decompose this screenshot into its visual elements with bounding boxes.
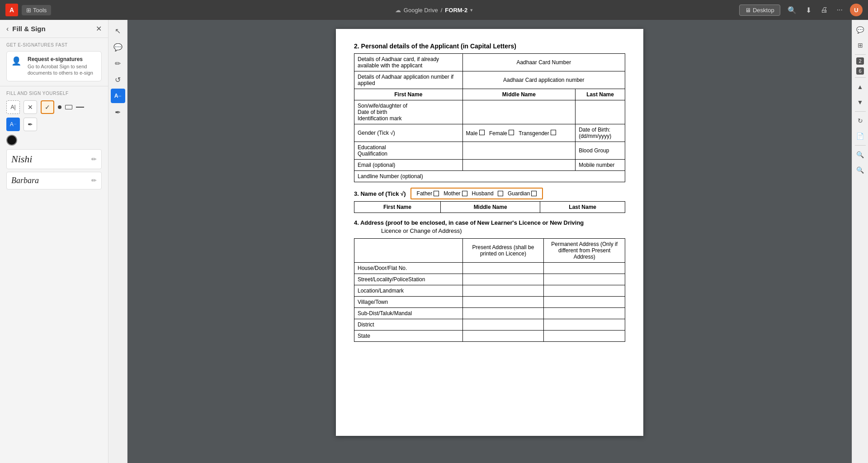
husband-checkbox[interactable] — [498, 191, 503, 196]
aadhaar-table: Details of Aadhaar card, if already avai… — [354, 53, 625, 182]
cloud-icon: ☁ — [395, 7, 401, 14]
location-permanent — [544, 285, 625, 297]
zoom-in-btn[interactable]: 🔍 — [854, 148, 867, 161]
content-area[interactable]: 2. Personal details of the Applicant (in… — [127, 20, 852, 463]
cursor-tool-btn[interactable]: ↖ — [111, 24, 125, 38]
back-button[interactable]: ‹ — [6, 25, 9, 33]
request-esig-card[interactable]: 👤 Request e-signatures Go to Acrobat Sig… — [6, 51, 102, 81]
scroll-up-btn[interactable]: ▲ — [854, 80, 867, 93]
pen-tool[interactable]: ✒ — [24, 118, 37, 131]
comment-right-btn[interactable]: 💬 — [854, 24, 867, 36]
state-present — [462, 331, 544, 342]
table-row: Son/wife/daughter of Date of birth Ident… — [354, 100, 625, 124]
edit-signature-nishi[interactable]: ✏ — [91, 156, 97, 163]
line-tool — [76, 107, 84, 108]
pencil-tool-btn[interactable]: ✏ — [111, 56, 125, 71]
transgender-checkbox[interactable] — [551, 130, 556, 135]
text-active-tool[interactable]: A··· — [6, 118, 20, 131]
table-row: Gender (Tick √) Male Female Transgender … — [354, 124, 625, 142]
signature-nishi[interactable]: Nishi ✏ — [6, 149, 102, 169]
download-icon[interactable]: ⬇ — [804, 5, 813, 15]
table-row: State — [354, 331, 625, 342]
desktop-icon: 🖥 — [745, 7, 751, 14]
eraser-tool-btn[interactable]: ↺ — [111, 72, 125, 87]
father-checkbox[interactable] — [434, 191, 439, 196]
son-wife-value1 — [462, 100, 576, 124]
location-cell: Location/Landmark — [354, 285, 463, 297]
text-field-tool[interactable]: A| — [6, 100, 20, 114]
print-icon[interactable]: 🖨 — [819, 5, 830, 15]
close-sidebar-button[interactable]: ✕ — [96, 24, 102, 33]
gender-options-cell: Male Female Transgender — [462, 124, 576, 142]
pen2-tool-btn[interactable]: ✒ — [111, 105, 125, 119]
cross-tool[interactable]: ✕ — [24, 100, 37, 114]
checkmark-tool[interactable]: ✓ — [41, 100, 54, 114]
topbar-right: 🖥 Desktop 🔍 ⬇ 🖨 ··· U — [739, 4, 863, 16]
main-layout: ‹ Fill & Sign ✕ GET E-SIGNATURES FAST 👤 … — [0, 20, 868, 463]
form-name: FORM-2 — [445, 7, 467, 14]
search-icon[interactable]: 🔍 — [786, 5, 798, 15]
landline-cell: Landline Number (optional) — [354, 171, 625, 182]
subdist-cell: Sub-Dist/Taluk/Mandal — [354, 308, 463, 319]
grid-right-btn[interactable]: ⊞ — [854, 39, 867, 52]
right-divider2 — [855, 77, 866, 78]
signature-barbara[interactable]: Barbara ✏ — [6, 172, 102, 189]
house-cell: House/Door/Flat No. — [354, 263, 463, 274]
table-row: House/Door/Flat No. — [354, 263, 625, 274]
mother-checkbox[interactable] — [462, 191, 467, 196]
section2-title: 2. Personal details of the Applicant (in… — [354, 43, 625, 50]
comment-tool-btn[interactable]: 💬 — [111, 40, 125, 54]
table-row: Street/Locality/PoliceStation — [354, 274, 625, 285]
edit-signature-barbara[interactable]: ✏ — [91, 177, 97, 184]
house-present — [462, 263, 544, 274]
doc-btn[interactable]: 📄 — [854, 130, 867, 142]
guardian-checkbox[interactable] — [531, 191, 537, 196]
edu-qual-cell: Educational Qualification — [354, 142, 463, 160]
table-row: Email (optional) Mobile number — [354, 160, 625, 171]
refresh-btn[interactable]: ↻ — [854, 114, 867, 127]
table-row: First Name Middle Name Last Name — [354, 89, 625, 100]
village-permanent — [544, 297, 625, 308]
scroll-down-btn[interactable]: ▼ — [854, 96, 867, 109]
tick-options-box: Father Mother Husband Guardian — [410, 188, 543, 199]
table-row: Village/Town — [354, 297, 625, 308]
street-present — [462, 274, 544, 285]
esig-section: GET E-SIGNATURES FAST 👤 Request e-signat… — [0, 38, 108, 86]
esig-section-title: GET E-SIGNATURES FAST — [6, 43, 102, 47]
tools-button[interactable]: ⊞ Tools — [22, 5, 51, 15]
first-name-header: First Name — [354, 89, 463, 100]
middle-name-header: Middle Name — [462, 89, 576, 100]
fill-sign-section-title: FILL AND SIGN YOURSELF — [6, 91, 102, 96]
subdist-present — [462, 308, 544, 319]
fill-sign-tools-section: FILL AND SIGN YOURSELF A| ✕ ✓ A··· ✒ Nis… — [0, 86, 108, 197]
color-row — [6, 135, 102, 146]
zoom-out-btn[interactable]: 🔍 — [854, 164, 867, 176]
male-checkbox[interactable] — [479, 130, 485, 135]
aadhaar-app-label: Details of Aadhaar application number if… — [354, 71, 463, 89]
form-chevron-icon[interactable]: ▾ — [470, 7, 473, 13]
section4-subtitle: Licence or Change of Address) — [381, 227, 462, 234]
section4-title: 4. Address (proof to be enclosed, in cas… — [354, 219, 584, 226]
name-table: First Name Middle Name Last Name — [354, 201, 625, 213]
mother-option: Mother — [443, 190, 467, 197]
signature-barbara-img: Barbara — [11, 176, 39, 185]
color-swatch[interactable] — [6, 135, 17, 146]
sidebar-header: ‹ Fill & Sign ✕ — [0, 20, 108, 38]
dot-tool — [58, 105, 61, 109]
right-sidebar: 💬 ⊞ 2 6 ▲ ▼ ↻ 📄 🔍 🔍 — [852, 20, 868, 463]
district-present — [462, 319, 544, 331]
street-cell: Street/Locality/PoliceStation — [354, 274, 463, 285]
topbar-center: ☁ Google Drive / FORM-2 ▾ — [395, 7, 473, 14]
village-cell: Village/Town — [354, 297, 463, 308]
last-name2-header: Last Name — [540, 202, 625, 213]
avatar[interactable]: U — [850, 4, 863, 16]
text-tool-btn[interactable]: A··· — [111, 89, 125, 103]
table-row: Sub-Dist/Taluk/Mandal — [354, 308, 625, 319]
female-checkbox[interactable] — [509, 130, 514, 135]
more-menu-icon[interactable]: ··· — [835, 5, 844, 15]
topbar: A ⊞ Tools ☁ Google Drive / FORM-2 ▾ 🖥 De… — [0, 0, 868, 20]
desktop-button[interactable]: 🖥 Desktop — [739, 5, 780, 16]
sidebar-header-left: ‹ Fill & Sign — [6, 25, 46, 33]
blood-group-cell: Blood Group — [576, 142, 625, 160]
addr-blank-header — [354, 239, 463, 263]
